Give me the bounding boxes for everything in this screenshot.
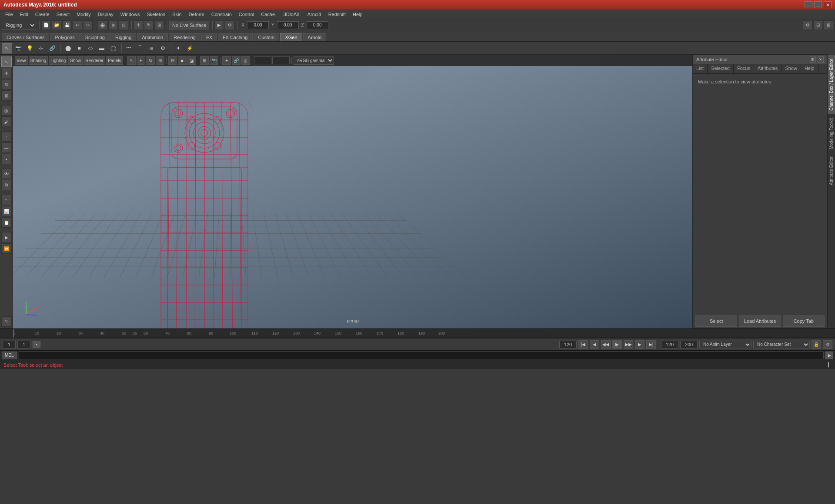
mel-send-btn[interactable]: ▶ xyxy=(825,351,833,359)
vp-shading-menu[interactable]: Shading xyxy=(29,56,48,65)
tab-custom[interactable]: Custom xyxy=(254,33,280,41)
scale-tool[interactable]: ⊞ xyxy=(1,90,12,101)
select-tool[interactable]: ↖ xyxy=(1,56,12,67)
attr-float-btn[interactable]: ⊞ xyxy=(810,56,816,63)
mel-btn[interactable]: MEL xyxy=(2,351,17,359)
settings-anim-btn[interactable]: ⚙ xyxy=(823,340,832,349)
lasso-tool-btn[interactable]: ⊗ xyxy=(108,20,118,30)
menu-constrain[interactable]: Constrain xyxy=(208,10,235,19)
vp-view-menu[interactable]: View xyxy=(15,56,28,65)
camera-icon-btn[interactable]: 📷 xyxy=(13,43,23,53)
tab-xgen[interactable]: XGen xyxy=(280,33,302,41)
attr-close-btn[interactable]: ✕ xyxy=(818,56,824,63)
outliner-btn[interactable]: 📋 xyxy=(1,217,12,228)
tab-sculpting[interactable]: Sculpting xyxy=(80,33,110,41)
poly-cube-btn[interactable]: ■ xyxy=(74,43,84,53)
xgen-icon-btn[interactable]: ✦ xyxy=(173,43,184,53)
soft-select-tool[interactable]: ◎ xyxy=(1,105,12,116)
vp-display-wireframe[interactable]: ⊟ xyxy=(168,56,177,65)
x-input[interactable] xyxy=(247,21,269,29)
no-live-surface-btn[interactable]: No Live Surface xyxy=(169,21,209,30)
tab-fx-caching[interactable]: FX Caching xyxy=(218,33,252,41)
select-tool-btn[interactable]: ⊕ xyxy=(98,20,107,30)
attr-tab-focus[interactable]: Focus xyxy=(734,64,754,73)
light-icon-btn[interactable]: 💡 xyxy=(24,43,35,53)
maximize-button[interactable]: □ xyxy=(814,1,822,8)
vp-camera-btn[interactable]: 📷 xyxy=(210,56,218,65)
lock-btn[interactable]: 🔒 xyxy=(812,340,821,349)
menu-help[interactable]: Help xyxy=(349,10,366,19)
vp-panels-menu[interactable]: Panels xyxy=(106,56,123,65)
paint-btn[interactable]: ◎ xyxy=(119,20,128,30)
redo-btn[interactable]: ↪ xyxy=(83,20,93,30)
y-input[interactable] xyxy=(277,21,299,29)
z-input[interactable] xyxy=(307,21,328,29)
menu-skin[interactable]: Skin xyxy=(169,10,185,19)
goto-end-btn[interactable]: ▶| xyxy=(646,340,656,349)
render-btn[interactable]: ▶ xyxy=(1,232,12,242)
play-forward-btn[interactable]: ▶▶ xyxy=(624,340,633,349)
transform-icon-btn[interactable]: ⊹ xyxy=(36,43,46,53)
selection-icon-btn[interactable]: ↖ xyxy=(2,43,12,53)
nurbs-btn[interactable]: ⌒ xyxy=(135,43,145,53)
rigging-btn[interactable]: ⚙ xyxy=(157,43,168,53)
menu-redshift[interactable]: Redshift xyxy=(325,10,349,19)
step-forward-btn[interactable]: ▶ xyxy=(635,340,645,349)
vp-renderer-menu[interactable]: Renderer xyxy=(84,56,105,65)
menu-file[interactable]: File xyxy=(2,10,17,19)
snap-icon-btn[interactable]: 🔗 xyxy=(47,43,57,53)
anim-layer-dropdown[interactable]: No Anim Layer xyxy=(699,341,752,348)
attr-tab-attributes[interactable]: Attributes xyxy=(754,64,782,73)
load-attributes-btn[interactable]: Load Attributes xyxy=(739,315,781,327)
menu-deform[interactable]: Deform xyxy=(185,10,208,19)
vtab-modeling-toolkit[interactable]: Modeling Toolkit xyxy=(828,114,835,153)
face-btn[interactable]: ▪ xyxy=(1,154,12,164)
menu-display[interactable]: Display xyxy=(94,10,117,19)
attr-tab-selected[interactable]: Selected xyxy=(708,64,734,73)
render-settings-btn[interactable]: ⚙ xyxy=(225,20,234,30)
rotate-btn[interactable]: ↻ xyxy=(144,20,154,30)
menu-select[interactable]: Select xyxy=(53,10,73,19)
attr-tab-list[interactable]: List xyxy=(693,64,708,73)
layer-btn[interactable]: ≡ xyxy=(1,195,12,205)
rotate-tool[interactable]: ↻ xyxy=(1,79,12,90)
timeline-ruler[interactable]: 1 10 20 30 40 50 55 60 70 80 90 100 110 … xyxy=(0,328,835,338)
render-region-btn[interactable]: ▶ xyxy=(214,20,224,30)
anim-end-input[interactable] xyxy=(680,341,698,348)
viewport-3d[interactable]: View Shading Lighting Show Renderer Pane… xyxy=(13,55,692,328)
copy-tab-btn[interactable]: Copy Tab xyxy=(783,315,825,327)
undo-btn[interactable]: ↩ xyxy=(73,20,82,30)
goto-start-btn[interactable]: |◀ xyxy=(578,340,588,349)
attr-tab-show[interactable]: Show xyxy=(782,64,801,73)
layout-btn-2[interactable]: ⊞ xyxy=(824,20,833,30)
vtab-channel-box[interactable]: Channel Box / Layer Editor xyxy=(828,55,835,114)
render-all-btn[interactable]: ⏩ xyxy=(1,243,12,254)
scale-btn[interactable]: ⊞ xyxy=(154,20,164,30)
menu-3dtoall[interactable]: -3DtoAll- xyxy=(278,10,304,19)
keyframe-indicator[interactable]: ▪ xyxy=(32,341,41,348)
menu-modify[interactable]: Modify xyxy=(73,10,94,19)
tab-animation[interactable]: Animation xyxy=(137,33,168,41)
workspace-dropdown[interactable]: Rigging Modeling Animation xyxy=(2,21,36,30)
tab-rigging[interactable]: Rigging xyxy=(110,33,136,41)
menu-edit[interactable]: Edit xyxy=(17,10,32,19)
vp-display-textured[interactable]: ◪ xyxy=(187,56,196,65)
curve-tool-btn[interactable]: 〜 xyxy=(124,43,134,53)
tab-rendering[interactable]: Rendering xyxy=(169,33,200,41)
vp-lighting-menu[interactable]: Lighting xyxy=(49,56,67,65)
menu-create[interactable]: Create xyxy=(32,10,53,19)
vp-value2-input[interactable]: 1.00 xyxy=(272,56,290,64)
menu-windows[interactable]: Windows xyxy=(117,10,144,19)
gamma-dropdown[interactable]: sRGB gamma Linear xyxy=(294,56,334,65)
poly-sphere-btn[interactable]: ⬤ xyxy=(63,43,73,53)
attr-tab-help[interactable]: Help xyxy=(801,64,818,73)
menu-skeleton[interactable]: Skeleton xyxy=(143,10,169,19)
move-tool[interactable]: ✛ xyxy=(1,68,12,78)
vtab-attribute-editor[interactable]: Attribute Editor xyxy=(828,153,835,189)
vp-scale-btn[interactable]: ⊞ xyxy=(156,56,164,65)
range-end-input[interactable] xyxy=(661,341,678,348)
step-back-btn[interactable]: ◀ xyxy=(590,340,599,349)
layout-btn-1[interactable]: ⊟ xyxy=(813,20,823,30)
menu-control[interactable]: Control xyxy=(235,10,257,19)
vp-isolate-btn[interactable]: ◎ xyxy=(241,56,250,65)
